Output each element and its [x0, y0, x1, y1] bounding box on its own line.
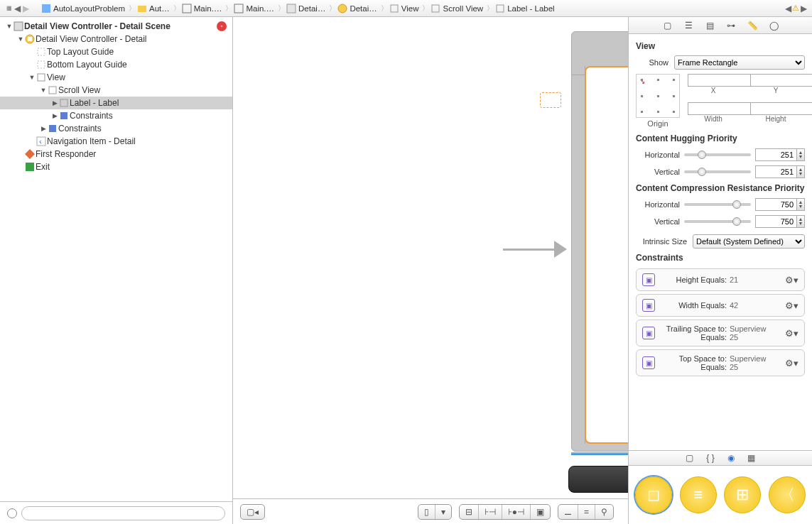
library-item[interactable]: ⊞	[720, 469, 765, 521]
compression-h-field[interactable]	[755, 198, 796, 211]
size-inspector-tab[interactable]: 📏	[746, 21, 759, 31]
constraint-item[interactable]: ▣Trailing Space to:SuperviewEquals:25⚙▾	[636, 320, 805, 346]
toggle-outline-button[interactable]: ▢◂	[240, 504, 265, 520]
outline-row[interactable]: ➜Exit	[0, 160, 232, 173]
outline-row[interactable]: ▶Constraints	[0, 122, 232, 135]
breadcrumb-item[interactable]: View〉	[389, 4, 431, 13]
resolve-button[interactable]: ⊦●⊣	[502, 505, 531, 519]
svg-rect-9	[14, 22, 23, 31]
intrinsic-select[interactable]: Default (System Defined)	[693, 234, 805, 249]
status-badge[interactable]: ◦	[217, 21, 227, 31]
object-library[interactable]: ◻ ≡ ⊞ 〈	[629, 466, 812, 524]
view-icon	[431, 4, 440, 13]
height-field[interactable]	[750, 102, 812, 115]
storyboard-icon	[234, 4, 244, 13]
breadcrumb-item[interactable]: Scroll View〉	[431, 4, 495, 13]
zoom-out-button[interactable]: ⚊	[558, 505, 578, 519]
outline-row-label: View	[47, 72, 65, 82]
inspector-panel: ▢ ☰ ▤ ⊶ 📏 ◯ View Show Frame Rectangle ↘	[629, 17, 812, 524]
outline-row-label: Bottom Layout Guide	[47, 60, 127, 70]
breadcrumb-item[interactable]: Aut…〉	[137, 4, 182, 13]
quick-help-tab[interactable]: ☰	[682, 21, 695, 31]
svg-rect-0	[42, 4, 50, 13]
constraint-item[interactable]: ▣Width Equals:42⚙▾	[636, 294, 805, 317]
gear-icon[interactable]: ⚙▾	[785, 358, 799, 369]
compression-h-slider[interactable]	[684, 203, 751, 206]
origin-control[interactable]: ↘	[636, 74, 680, 118]
compression-v-field[interactable]	[755, 215, 796, 228]
outline-row[interactable]: ▶Constraints	[0, 109, 232, 122]
resize-button[interactable]: ▣	[531, 505, 550, 519]
file-inspector-tab[interactable]: ▢	[661, 21, 673, 31]
gear-icon[interactable]: ⚙▾	[785, 328, 799, 339]
breadcrumb-item[interactable]: Label - Label	[495, 4, 555, 13]
outline-row[interactable]: ▶Label - Label	[0, 97, 232, 109]
align-button[interactable]: ⊟	[460, 505, 479, 519]
disclosure-triangle-icon[interactable]: ▼	[40, 87, 47, 94]
object-lib-tab[interactable]: ◉	[727, 453, 735, 463]
disclosure-triangle-icon[interactable]: ▶	[51, 112, 58, 119]
zoom-in-button[interactable]: ⚲	[595, 505, 613, 519]
library-item[interactable]: ≡	[676, 469, 721, 521]
outline-row[interactable]: ‹Navigation Item - Detail	[0, 135, 232, 148]
file-template-lib-tab[interactable]: ▢	[686, 453, 693, 463]
breadcrumb-item[interactable]: Detai…〉	[337, 4, 389, 13]
nav-forward-icon[interactable]: ▶	[21, 4, 30, 13]
chevron-right-icon: 〉	[485, 4, 495, 13]
guide-icon	[36, 60, 47, 70]
form-factor-button[interactable]: ▯▾	[418, 504, 452, 520]
identity-inspector-tab[interactable]: ▤	[703, 21, 716, 31]
next-issue-icon[interactable]: ▶	[799, 4, 808, 13]
outline-row[interactable]: ▼Detail View Controller - Detail Scene◦	[0, 20, 232, 33]
hugging-v-field[interactable]	[755, 165, 796, 178]
filter-icon[interactable]	[7, 508, 17, 518]
nav-back-icon[interactable]: ◀	[13, 4, 21, 13]
pin-button[interactable]: ⊦⊣	[479, 505, 502, 519]
zoom-fit-button[interactable]: =	[578, 505, 595, 519]
disclosure-triangle-icon[interactable]: ▼	[6, 23, 13, 30]
project-icon	[41, 4, 51, 13]
show-select[interactable]: Frame Rectangle	[674, 55, 805, 70]
hugging-h-slider[interactable]	[684, 153, 751, 156]
outline-row[interactable]: ▼Detail View Controller - Detail	[0, 33, 232, 45]
outline-row[interactable]: First Responder	[0, 148, 232, 160]
outline-row[interactable]: ▼Scroll View	[0, 84, 232, 97]
compression-v-slider[interactable]	[684, 220, 751, 223]
disclosure-triangle-icon[interactable]: ▶	[51, 99, 58, 107]
warning-icon[interactable]: ⚠	[792, 4, 799, 13]
hugging-v-slider[interactable]	[684, 170, 751, 173]
constraint-item[interactable]: ▣Height Equals:21⚙▾	[636, 268, 805, 291]
interface-builder-canvas[interactable]: UIScrollView Label 4	[233, 17, 628, 498]
outline-row[interactable]: ▼View	[0, 71, 232, 84]
svg-rect-17	[60, 112, 67, 119]
svg-rect-6	[391, 5, 398, 12]
library-item[interactable]: ◻	[632, 469, 676, 521]
y-field[interactable]	[750, 74, 812, 87]
library-item[interactable]: 〈	[765, 469, 810, 521]
breadcrumb-item[interactable]: AutoLayoutProblem〉	[41, 4, 137, 13]
connections-inspector-tab[interactable]: ◯	[767, 21, 780, 31]
gear-icon[interactable]: ⚙▾	[785, 275, 799, 285]
hugging-h-field[interactable]	[755, 148, 796, 161]
prev-issue-icon[interactable]: ◀	[784, 4, 792, 13]
gear-icon[interactable]: ⚙▾	[785, 300, 799, 311]
breadcrumb-item[interactable]: Detai…〉	[286, 4, 337, 13]
compression-title: Content Compression Resistance Priority	[629, 180, 812, 196]
outline-row[interactable]: Bottom Layout Guide	[0, 58, 232, 71]
outline-row-label: First Responder	[36, 149, 96, 159]
constraint-item[interactable]: ▣Top Space to:SuperviewEquals:25⚙▾	[636, 349, 805, 376]
scroll-view[interactable]: UIScrollView Label 4	[585, 66, 629, 444]
breadcrumb-item[interactable]: Main.…〉	[182, 4, 234, 13]
outline-filter-field[interactable]	[21, 506, 225, 520]
svg-rect-7	[432, 5, 439, 12]
disclosure-triangle-icon[interactable]: ▼	[17, 36, 24, 43]
disclosure-triangle-icon[interactable]: ▶	[40, 125, 47, 132]
attributes-inspector-tab[interactable]: ⊶	[725, 21, 737, 31]
related-items-icon[interactable]: ▦	[4, 6, 13, 11]
outline-row[interactable]: Top Layout Guide	[0, 45, 232, 58]
disclosure-triangle-icon[interactable]: ▼	[28, 74, 36, 81]
outline-row-label: Constraints	[70, 111, 113, 121]
media-lib-tab[interactable]: ▦	[747, 453, 755, 463]
code-snippet-lib-tab[interactable]: { }	[706, 453, 714, 463]
breadcrumb-item[interactable]: Main.…〉	[234, 4, 286, 13]
